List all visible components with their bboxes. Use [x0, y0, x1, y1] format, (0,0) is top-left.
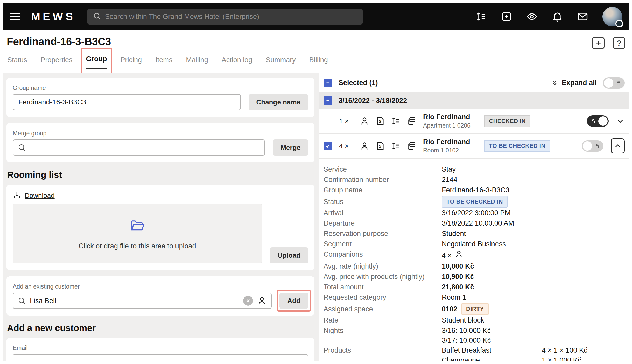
hamburger-menu-icon[interactable] [10, 11, 21, 22]
person-icon[interactable] [257, 296, 267, 306]
email-label: Email [13, 345, 308, 352]
user-avatar[interactable] [602, 7, 622, 26]
detail-row: SegmentNegotiated Business [324, 239, 625, 249]
tab-group[interactable]: Group [86, 55, 107, 69]
merge-group-input[interactable] [30, 144, 260, 152]
global-search[interactable] [87, 9, 363, 25]
billing-cards-icon [406, 116, 416, 126]
tab-items[interactable]: Items [155, 56, 172, 69]
product-row: Buffet Breakfast4 × 1 × 100 Kč [442, 345, 625, 355]
detail-row-companions: Companions 4 × [324, 249, 625, 261]
file-dropzone[interactable]: Click or drag file to this area to uploa… [13, 204, 262, 263]
notifications-bell-icon[interactable] [552, 11, 563, 22]
expand-all-button[interactable]: Expand all [551, 79, 597, 87]
download-link[interactable]: Download [13, 191, 55, 200]
tab-properties[interactable]: Properties [41, 56, 73, 69]
space-name: Room 1 0102 [423, 147, 477, 154]
messages-envelope-icon[interactable] [577, 11, 588, 22]
mews-logo: MEWS [31, 10, 75, 23]
rooming-list-heading: Rooming list [7, 170, 314, 180]
minus-icon [325, 98, 331, 103]
help-button[interactable]: ? [613, 37, 625, 49]
price-tag-icon: $ [375, 116, 385, 126]
download-icon [13, 191, 21, 200]
download-label: Download [25, 192, 55, 200]
reservation-checkbox[interactable] [324, 142, 332, 150]
reservation-row[interactable]: 4 × $ Rio Ferdinand Room 1 0102 TO BE CH… [319, 134, 629, 159]
tab-status[interactable]: Status [7, 56, 27, 69]
lock-icon [590, 118, 596, 125]
guest-name[interactable]: Rio Ferdinand [423, 113, 477, 121]
reservation-checkbox[interactable] [324, 117, 332, 125]
reservation-icons: $ [359, 141, 416, 151]
customer-search[interactable] [13, 293, 272, 309]
lock-toggle[interactable] [582, 140, 603, 152]
person-icon [359, 116, 370, 126]
detail-row: Requested categoryRoom 1 [324, 292, 625, 303]
detail-row-assigned-space: Assigned space 0102 DIRTY [324, 303, 625, 315]
person-icon [359, 141, 370, 151]
tab-billing[interactable]: Billing [309, 56, 328, 69]
billing-cards-icon [406, 141, 416, 151]
tab-mailing[interactable]: Mailing [186, 56, 208, 69]
left-column: Group name Change name Merge group Merge… [6, 73, 314, 361]
add-customer-button[interactable]: Add [279, 293, 308, 309]
add-square-icon[interactable] [501, 11, 512, 22]
change-name-button[interactable]: Change name [249, 94, 308, 110]
detail-row: Group nameFerdinand-16-3-B3C3 [324, 185, 625, 195]
lock-toggle[interactable] [587, 115, 609, 127]
merge-group-card: Merge group Merge [6, 123, 314, 162]
person-icon [454, 249, 464, 261]
detail-row: Reservation purposeStudent [324, 229, 625, 239]
selected-count: Selected (1) [339, 79, 378, 87]
avatar-status-badge [615, 20, 623, 27]
question-mark-icon: ? [617, 39, 621, 47]
tab-summary[interactable]: Summary [266, 56, 296, 69]
occupancy-count: 4 × [339, 142, 353, 150]
app-frame: MEWS Ferdinand [3, 3, 629, 361]
search-icon [17, 296, 26, 305]
detail-row-nights: Nights 3/16: 10,000 Kč 3/17: 10,000 Kč [324, 326, 625, 345]
sort-list-icon[interactable] [475, 11, 487, 22]
date-group-checkbox[interactable] [324, 96, 332, 105]
detail-row: Avg. price with products (nightly)10,900… [324, 272, 625, 282]
merge-button[interactable]: Merge [273, 139, 308, 156]
svg-text:$: $ [379, 119, 381, 124]
date-range: 3/16/2022 - 3/18/2022 [339, 97, 407, 105]
page-title: Ferdinand-16-3-B3C3 [7, 36, 111, 47]
merge-group-search[interactable] [13, 139, 265, 156]
detail-row: Avg. rate (nightly)10,000 Kč [324, 261, 625, 272]
select-all-checkbox[interactable] [324, 79, 332, 87]
add-existing-customer-card: Add an existing customer Add [6, 276, 314, 316]
global-search-input[interactable] [105, 13, 357, 21]
group-name-input[interactable] [13, 94, 241, 110]
rate-adjust-icon [391, 116, 401, 126]
collapse-row-button[interactable] [611, 138, 625, 153]
customer-search-input[interactable] [30, 297, 240, 305]
tab-action-log[interactable]: Action log [222, 56, 252, 69]
eye-icon[interactable] [526, 11, 538, 22]
page-header: Ferdinand-16-3-B3C3 ? Status Properties … [3, 30, 629, 73]
add-new-customer-card: Email [6, 338, 314, 361]
check-icon [325, 143, 331, 149]
lock-all-toggle[interactable] [603, 77, 625, 89]
chevron-up-icon [614, 142, 622, 150]
double-chevron-down-icon [551, 79, 559, 87]
occupancy-count: 1 × [339, 117, 353, 125]
clear-search-icon[interactable] [243, 296, 253, 306]
guest-name[interactable]: Rio Ferdinand [423, 138, 477, 146]
merge-group-label: Merge group [13, 130, 308, 137]
selection-header: Selected (1) Expand all [319, 73, 629, 92]
top-navigation-bar: MEWS [3, 3, 629, 30]
date-group-row[interactable]: 3/16/2022 - 3/18/2022 [319, 92, 629, 109]
detail-row: Total amount21,800 Kč [324, 282, 625, 292]
expand-row-button[interactable] [616, 117, 625, 125]
tab-pricing[interactable]: Pricing [121, 56, 142, 69]
unlock-icon [594, 143, 600, 150]
email-field[interactable] [13, 354, 308, 361]
upload-button[interactable]: Upload [270, 247, 308, 263]
add-reservation-button[interactable] [592, 37, 605, 49]
reservation-icons: $ [359, 116, 416, 126]
detail-row: RateStudent block [324, 315, 625, 326]
reservation-row[interactable]: 1 × $ Rio Ferdinand Apartment 1 0206 CHE… [319, 109, 629, 134]
